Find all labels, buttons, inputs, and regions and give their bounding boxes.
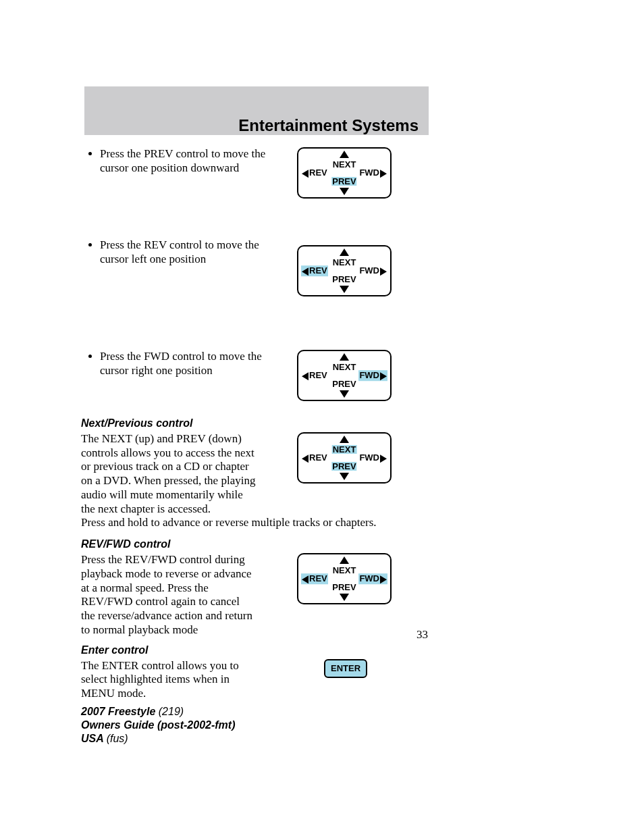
dpad-diagram-nextprev: NEXT REV FWD PREV	[297, 432, 392, 484]
dpad-prev-label-highlighted: PREV	[331, 177, 356, 186]
dpad-prev-label: PREV	[331, 275, 356, 284]
dpad-diagram-prev: NEXT REV FWD PREV	[297, 147, 392, 199]
dpad-next-label: NEXT	[332, 258, 357, 267]
arrow-left-icon	[302, 575, 308, 583]
dpad-diagram-revfwd: NEXT REV FWD PREV	[297, 553, 392, 604]
arrow-down-icon	[340, 594, 349, 601]
page: Entertainment Systems Press the PREV con…	[0, 0, 644, 834]
dpad-prev-label-highlighted: PREV	[331, 462, 356, 471]
row-prev: Press the PREV control to move the curso…	[81, 147, 429, 211]
bullet-rev: Press the REV control to move the cursor…	[100, 238, 275, 266]
text-revfwd: Press the REV/FWD control during playbac…	[81, 553, 257, 637]
heading-enter: Enter control	[81, 644, 429, 656]
dpad-fwd-label: FWD	[358, 265, 387, 276]
section-nextprev: Next/Previous control The NEXT (up) and …	[81, 417, 429, 530]
text-nextprev-2: Press and hold to advance or reverse mul…	[81, 516, 419, 530]
dpad-diagram-fwd: NEXT REV FWD PREV	[297, 350, 392, 401]
arrow-right-icon	[380, 454, 387, 463]
arrow-left-icon	[302, 454, 308, 463]
arrow-right-icon	[380, 575, 387, 583]
arrow-up-icon	[340, 249, 349, 256]
section-enter: Enter control The ENTER control allows y…	[81, 644, 429, 701]
arrow-up-icon	[340, 436, 349, 443]
arrow-left-icon	[302, 170, 308, 178]
dpad-next-label-highlighted: NEXT	[332, 445, 357, 454]
dpad-prev-label: PREV	[331, 380, 356, 388]
dpad-fwd-label-highlighted: FWD	[358, 573, 387, 584]
dpad-prev-label: PREV	[331, 583, 356, 592]
dpad-rev-label-highlighted: REV	[301, 573, 328, 584]
bullet-fwd: Press the FWD control to move the cursor…	[100, 350, 275, 377]
dpad-rev-label: REV	[301, 452, 328, 463]
page-title: Entertainment Systems	[84, 116, 419, 135]
text-nextprev-1: The NEXT (up) and PREV (down) controls a…	[81, 432, 257, 516]
enter-button-diagram: ENTER	[324, 659, 367, 678]
dpad-next-label: NEXT	[332, 566, 357, 575]
arrow-up-icon	[340, 353, 349, 361]
arrow-up-icon	[340, 151, 349, 158]
heading-revfwd: REV/FWD control	[81, 538, 429, 550]
row-rev: Press the REV control to move the cursor…	[81, 238, 429, 323]
dpad-diagram-rev: NEXT REV FWD PREV	[297, 245, 392, 296]
page-number: 33	[417, 628, 428, 642]
arrow-down-icon	[340, 286, 349, 293]
footer-line-2: Owners Guide (post-2002-fmt)	[81, 719, 235, 732]
arrow-left-icon	[302, 267, 308, 276]
arrow-down-icon	[340, 390, 349, 398]
heading-nextprev: Next/Previous control	[81, 417, 429, 429]
arrow-up-icon	[340, 556, 349, 564]
arrow-right-icon	[380, 267, 387, 276]
bullet-prev: Press the PREV control to move the curso…	[100, 147, 275, 175]
arrow-down-icon	[340, 473, 349, 480]
dpad-fwd-label: FWD	[358, 167, 387, 178]
row-fwd: Press the FWD control to move the cursor…	[81, 350, 429, 411]
text-enter: The ENTER control allows you to select h…	[81, 659, 257, 701]
arrow-down-icon	[340, 188, 349, 195]
section-revfwd: REV/FWD control Press the REV/FWD contro…	[81, 538, 429, 637]
arrow-right-icon	[380, 372, 387, 380]
dpad-rev-label: REV	[301, 370, 328, 381]
dpad-rev-label-highlighted: REV	[301, 265, 328, 276]
dpad-next-label: NEXT	[332, 363, 357, 371]
arrow-left-icon	[302, 372, 308, 380]
dpad-fwd-label-highlighted: FWD	[358, 370, 387, 381]
footer-line-3: USA (fus)	[81, 732, 235, 746]
arrow-right-icon	[380, 170, 387, 178]
content-area: Press the PREV control to move the curso…	[81, 147, 429, 701]
dpad-rev-label: REV	[301, 167, 328, 178]
dpad-next-label: NEXT	[332, 160, 357, 169]
footer-line-1: 2007 Freestyle (219)	[81, 705, 235, 719]
footer: 2007 Freestyle (219) Owners Guide (post-…	[81, 705, 235, 746]
dpad-fwd-label: FWD	[358, 452, 387, 463]
